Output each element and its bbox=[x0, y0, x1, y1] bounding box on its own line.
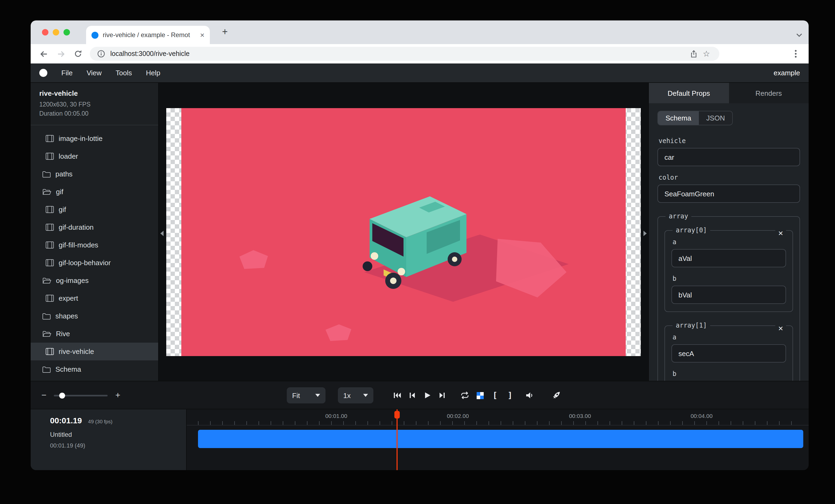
rocket-icon bbox=[552, 391, 561, 400]
menu-item-view[interactable]: View bbox=[87, 69, 102, 77]
vehicle-input[interactable] bbox=[657, 148, 800, 166]
menu-item-file[interactable]: File bbox=[61, 69, 73, 77]
out-marker-button[interactable]: ] bbox=[503, 388, 517, 403]
sidebar-item-label: gif-duration bbox=[59, 223, 94, 231]
array0-a-input[interactable] bbox=[671, 249, 786, 267]
tab-search-chevron-icon[interactable] bbox=[796, 29, 802, 39]
preview-area bbox=[159, 83, 648, 381]
new-tab-button[interactable]: + bbox=[219, 26, 231, 39]
remotion-studio: File View Tools Help example rive-vehicl… bbox=[30, 63, 809, 470]
timeline-header: 00:01.19 49 (30 fps) Untitled 00:01.19 (… bbox=[30, 410, 187, 470]
url-text[interactable]: localhost:3000/rive-vehicle bbox=[110, 50, 687, 58]
ruler-label: 00:03.00 bbox=[569, 413, 591, 419]
array1-b-label: b bbox=[673, 370, 785, 378]
forward-button[interactable] bbox=[53, 46, 68, 61]
share-icon[interactable] bbox=[688, 48, 699, 60]
zoom-slider-knob[interactable] bbox=[59, 392, 65, 398]
reload-button[interactable] bbox=[70, 46, 85, 61]
back-button[interactable] bbox=[36, 46, 51, 61]
loop-button[interactable] bbox=[457, 388, 472, 403]
tab-close-icon[interactable]: × bbox=[200, 31, 204, 39]
screenshot-stage: rive-vehicle / example - Remot × + bbox=[0, 0, 835, 504]
film-icon bbox=[46, 206, 54, 213]
array1-a-input[interactable] bbox=[671, 344, 786, 362]
playhead-handle[interactable] bbox=[394, 411, 400, 419]
volume-button[interactable] bbox=[522, 388, 537, 403]
sidebar-item-gif[interactable]: gif bbox=[30, 201, 158, 218]
sidebar-item-label: image-in-lottie bbox=[59, 134, 102, 143]
sidebar-item-label: gif-fill-modes bbox=[59, 241, 98, 249]
remove-array1-button[interactable]: ✕ bbox=[775, 324, 786, 333]
film-icon bbox=[46, 241, 54, 249]
props-panel-body: Schema JSON vehicle color array array[0]… bbox=[649, 103, 809, 381]
sidebar-item-gif-fill-modes[interactable]: gif-fill-modes bbox=[30, 236, 158, 254]
timeline-track-bar[interactable] bbox=[198, 430, 803, 448]
array1-fieldset: array[1] ✕ a b bbox=[665, 322, 793, 381]
menu-item-help[interactable]: Help bbox=[146, 69, 161, 77]
menu-item-tools[interactable]: Tools bbox=[116, 69, 132, 77]
site-info-icon[interactable] bbox=[97, 49, 105, 58]
collapse-sidebar-right-icon[interactable] bbox=[644, 229, 647, 238]
fit-select[interactable]: Fit bbox=[287, 387, 326, 403]
traffic-light-zoom[interactable] bbox=[63, 29, 70, 36]
sidebar-item-paths[interactable]: paths bbox=[30, 165, 158, 183]
zoom-out-button[interactable]: − bbox=[41, 391, 46, 400]
menu-bar: File View Tools Help example bbox=[30, 63, 809, 83]
play-icon bbox=[423, 391, 431, 400]
jump-to-end-button[interactable] bbox=[435, 388, 450, 403]
film-icon bbox=[46, 153, 54, 160]
tab-title: rive-vehicle / example - Remot bbox=[103, 31, 197, 39]
array0-b-input[interactable] bbox=[671, 286, 786, 304]
browser-tab[interactable]: rive-vehicle / example - Remot × bbox=[86, 26, 210, 44]
sidebar-item-loader[interactable]: loader bbox=[30, 147, 158, 165]
sidebar-item-shapes[interactable]: shapes bbox=[30, 307, 158, 325]
composition-list: image-in-lottie loader paths gif bbox=[30, 125, 158, 381]
zoom-in-button[interactable]: + bbox=[116, 391, 121, 400]
traffic-light-close[interactable] bbox=[42, 29, 48, 36]
composition-resolution: 1200x630, 30 FPS bbox=[39, 100, 149, 109]
tab-renders[interactable]: Renders bbox=[729, 83, 809, 103]
out-bracket-icon: ] bbox=[508, 391, 512, 400]
sidebar-item-label: expert bbox=[59, 294, 78, 302]
loop-icon bbox=[461, 391, 469, 400]
fit-select-value: Fit bbox=[292, 391, 300, 399]
sidebar-item-gif-folder[interactable]: gif bbox=[30, 183, 158, 201]
browser-menu-kebab-icon[interactable] bbox=[788, 46, 803, 61]
remove-array0-button[interactable]: ✕ bbox=[775, 229, 786, 238]
jump-to-start-button[interactable] bbox=[389, 388, 405, 403]
sidebar-item-gif-loop-behavior[interactable]: gif-loop-behavior bbox=[30, 254, 158, 272]
sidebar-item-label: gif-loop-behavior bbox=[59, 259, 111, 267]
vehicle-label: vehicle bbox=[658, 137, 799, 145]
playback-rate-select[interactable]: 1x bbox=[338, 387, 373, 403]
sidebar-item-og-images[interactable]: og-images bbox=[30, 272, 158, 289]
play-button[interactable] bbox=[420, 388, 435, 403]
project-label: example bbox=[774, 69, 800, 77]
array0-a-label: a bbox=[673, 238, 785, 246]
remotion-logo-icon[interactable] bbox=[39, 69, 47, 77]
in-marker-button[interactable]: [ bbox=[487, 388, 503, 403]
traffic-light-minimize[interactable] bbox=[53, 29, 59, 36]
track-name[interactable]: Untitled bbox=[50, 431, 186, 438]
sidebar-item-gif-duration[interactable]: gif-duration bbox=[30, 218, 158, 236]
array0-fieldset: array[0] ✕ a b bbox=[665, 227, 793, 312]
subtab-schema[interactable]: Schema bbox=[658, 111, 699, 125]
tab-default-props[interactable]: Default Props bbox=[649, 83, 729, 103]
bookmark-star-icon[interactable]: ☆ bbox=[700, 48, 712, 60]
transparency-toggle-button[interactable] bbox=[472, 388, 487, 403]
previous-frame-button[interactable] bbox=[405, 388, 420, 403]
ruler-ticks bbox=[198, 421, 803, 425]
sidebar-item-rive-vehicle[interactable]: rive-vehicle bbox=[30, 343, 158, 360]
timeline-tracks-area[interactable]: 00:01.00 00:02.00 00:03.00 00:04.00 bbox=[187, 410, 809, 470]
color-input[interactable] bbox=[657, 185, 800, 203]
subtab-json[interactable]: JSON bbox=[699, 111, 732, 125]
collapse-sidebar-left-icon[interactable] bbox=[160, 229, 164, 238]
timeline-ruler[interactable]: 00:01.00 00:02.00 00:03.00 00:04.00 bbox=[187, 410, 809, 425]
quick-switcher-button[interactable] bbox=[549, 388, 564, 403]
zoom-slider[interactable] bbox=[54, 395, 108, 396]
sidebar-item-expert[interactable]: expert bbox=[30, 289, 158, 307]
sidebar-item-rive-folder[interactable]: Rive bbox=[30, 325, 158, 343]
sidebar-item-schema[interactable]: Schema bbox=[30, 360, 158, 378]
sidebar-item-image-in-lottie[interactable]: image-in-lottie bbox=[30, 130, 158, 147]
address-bar[interactable]: localhost:3000/rive-vehicle ☆ bbox=[90, 47, 719, 61]
composition-canvas[interactable] bbox=[166, 108, 641, 356]
